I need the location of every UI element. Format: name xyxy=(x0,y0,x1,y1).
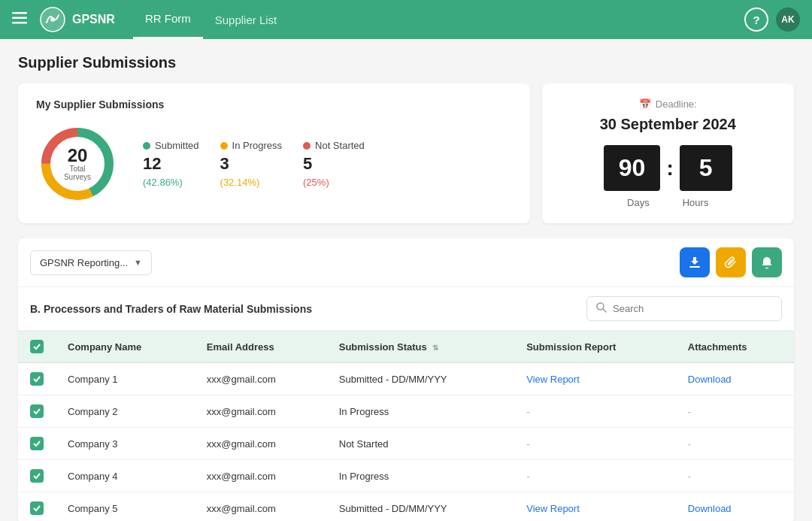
nav-tab-rr-form[interactable]: RR Form xyxy=(133,0,203,39)
cell-report: - xyxy=(514,460,676,492)
avatar[interactable]: AK xyxy=(776,8,800,32)
download-button[interactable] xyxy=(680,247,710,277)
view-report-link[interactable]: View Report xyxy=(526,374,580,385)
row-checkbox[interactable] xyxy=(30,501,44,515)
page-title: Supplier Submissions xyxy=(18,54,794,71)
row-checkbox[interactable] xyxy=(30,372,44,386)
total-surveys-number: 20 xyxy=(57,147,98,165)
section-heading: B. Processors and Traders of Raw Materia… xyxy=(30,303,586,315)
cell-attachment[interactable]: Download xyxy=(676,363,794,395)
report-dash: - xyxy=(526,471,529,482)
row-checkbox-cell xyxy=(18,492,56,522)
legend-submitted: Submitted 12 (42.86%) xyxy=(143,140,199,188)
row-checkbox[interactable] xyxy=(30,404,44,418)
cell-company: Company 4 xyxy=(56,460,195,492)
donut-chart: 20 Total Surveys xyxy=(36,123,119,205)
svg-rect-2 xyxy=(12,22,27,24)
cell-attachment[interactable]: Download xyxy=(676,492,794,522)
not-started-pct: (25%) xyxy=(303,177,365,188)
submitted-dot xyxy=(143,142,150,150)
countdown-days-box: 90 xyxy=(604,145,661,191)
nav-tab-supplier-list[interactable]: Supplier List xyxy=(203,2,289,38)
donut-center: 20 Total Surveys xyxy=(57,147,98,181)
cell-report[interactable]: View Report xyxy=(514,492,676,522)
attachment-dash: - xyxy=(688,471,691,482)
cell-report: - xyxy=(514,428,676,460)
header-right: ? AK xyxy=(744,8,800,32)
in-progress-pct: (32.14%) xyxy=(220,177,282,188)
svg-point-4 xyxy=(50,17,55,22)
notification-button[interactable] xyxy=(752,247,782,277)
main-nav: RR Form Supplier List xyxy=(133,0,289,39)
in-progress-label: In Progress xyxy=(232,140,282,151)
select-all-header xyxy=(18,331,56,363)
chevron-down-icon: ▼ xyxy=(134,258,142,267)
in-progress-value: 3 xyxy=(220,154,282,174)
row-checkbox[interactable] xyxy=(30,469,44,483)
select-all-checkbox[interactable] xyxy=(30,340,44,353)
cell-company: Company 2 xyxy=(56,395,195,428)
table-header-row: Company Name Email Address Submission St… xyxy=(18,331,794,363)
col-email: Email Address xyxy=(195,331,327,363)
cell-company: Company 1 xyxy=(56,363,195,395)
dropdown-label: GPSNR Reporting... xyxy=(40,257,128,268)
calendar-icon: 📅 xyxy=(639,98,651,110)
search-input[interactable] xyxy=(613,303,772,314)
table-row: Company 4xxx@gmail.comIn Progress-- xyxy=(18,460,794,492)
reporting-dropdown[interactable]: GPSNR Reporting... ▼ xyxy=(30,250,152,275)
report-dash: - xyxy=(526,438,529,450)
toolbar-right xyxy=(680,247,782,277)
app-header: GPSNR RR Form Supplier List ? AK xyxy=(0,0,812,39)
cell-report[interactable]: View Report xyxy=(514,363,676,395)
help-button[interactable]: ? xyxy=(744,8,768,32)
total-surveys-label: Total Surveys xyxy=(57,165,98,181)
row-checkbox[interactable] xyxy=(30,437,44,450)
cell-report: - xyxy=(514,395,676,428)
not-started-label: Not Started xyxy=(315,140,365,151)
in-progress-dot xyxy=(220,142,228,150)
countdown-hours-box: 5 xyxy=(680,145,732,191)
svg-line-11 xyxy=(603,309,606,312)
table-row: Company 5xxx@gmail.comSubmitted - DD/MM/… xyxy=(18,492,794,522)
search-box[interactable] xyxy=(586,296,782,321)
download-link[interactable]: Download xyxy=(688,374,732,385)
cell-email: xxx@gmail.com xyxy=(195,492,327,522)
deadline-card: 📅 Deadline: 30 September 2024 90 : 5 Day… xyxy=(542,83,795,223)
sort-icon[interactable]: ⇅ xyxy=(432,344,438,352)
deadline-header: 📅 Deadline: xyxy=(560,98,777,110)
table-section: GPSNR Reporting... ▼ xyxy=(18,238,794,521)
cell-status: In Progress xyxy=(327,395,514,428)
cell-status: In Progress xyxy=(327,460,514,492)
col-report: Submission Report xyxy=(514,331,676,363)
legend-in-progress: In Progress 3 (32.14%) xyxy=(220,140,282,188)
svg-rect-1 xyxy=(12,17,27,19)
logo-text: GPSNR xyxy=(72,13,115,26)
attachment-dash: - xyxy=(688,406,691,417)
cell-status: Submitted - DD/MM/YYY xyxy=(327,492,514,522)
countdown-labels: Days Hours xyxy=(560,197,777,208)
download-link[interactable]: Download xyxy=(688,503,732,514)
view-report-link[interactable]: View Report xyxy=(526,503,580,514)
attachment-button[interactable] xyxy=(716,247,746,277)
submissions-card-title: My Supplier Submissions xyxy=(36,98,512,111)
logo: GPSNR xyxy=(39,6,115,33)
cell-attachment: - xyxy=(676,460,794,492)
attachment-dash: - xyxy=(688,438,691,450)
table-row: Company 2xxx@gmail.comIn Progress-- xyxy=(18,395,794,428)
cell-email: xxx@gmail.com xyxy=(195,460,327,492)
cell-company: Company 5 xyxy=(56,492,195,522)
report-dash: - xyxy=(526,406,529,417)
menu-icon[interactable] xyxy=(12,12,27,28)
cell-status: Submitted - DD/MM/YYY xyxy=(327,363,514,395)
row-checkbox-cell xyxy=(18,428,56,460)
cell-email: xxx@gmail.com xyxy=(195,428,327,460)
submissions-card: My Supplier Submissions 20 xyxy=(18,83,530,223)
col-status: Submission Status ⇅ xyxy=(327,331,514,363)
submissions-table: Company Name Email Address Submission St… xyxy=(18,331,794,521)
countdown-row: 90 : 5 xyxy=(560,145,777,191)
cell-status: Not Started xyxy=(327,428,514,460)
svg-rect-0 xyxy=(12,12,27,14)
section-header-row: B. Processors and Traders of Raw Materia… xyxy=(18,287,794,331)
table-row: Company 3xxx@gmail.comNot Started-- xyxy=(18,428,794,460)
row-checkbox-cell xyxy=(18,363,56,395)
